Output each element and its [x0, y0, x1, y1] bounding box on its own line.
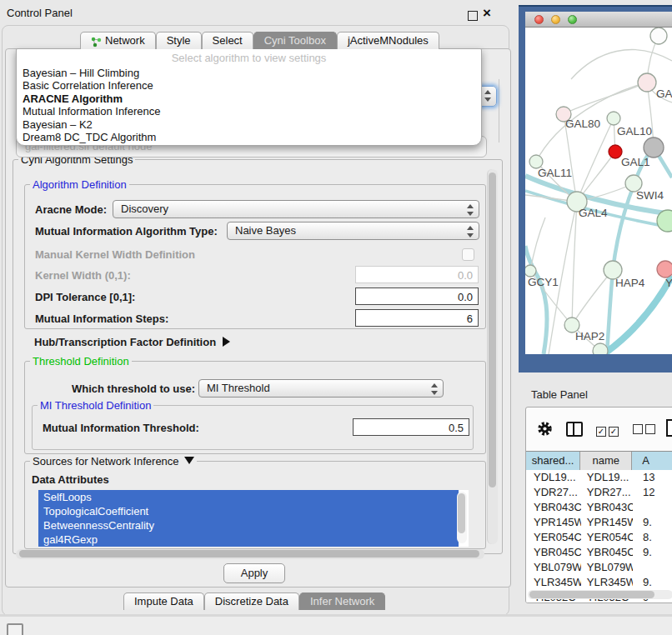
table-cell: 8.: [633, 530, 672, 545]
float-window-icon[interactable]: [468, 11, 478, 21]
top-tabs: NetworkStyleSelectCyni ToolboxjActiveMNo…: [80, 32, 439, 49]
algorithm-option-dream8-dc-tdc-algorithm[interactable]: Dream8 DC_TDC Algorithm: [17, 131, 481, 143]
tab-cyni-toolbox[interactable]: Cyni Toolbox: [253, 32, 337, 49]
node-unlabeled[interactable]: [650, 28, 667, 44]
mi-threshold-group: MI Threshold Definition Mutual Informati…: [32, 405, 474, 450]
tab-jactivemnodules[interactable]: jActiveMNodules: [337, 32, 439, 49]
hub-definition-toggle[interactable]: Hub/Transcription Factor Definition: [34, 336, 230, 348]
table-cell: YDR27...: [526, 485, 581, 500]
sources-title[interactable]: Sources for Network Inference: [30, 455, 197, 468]
gear-icon[interactable]: [537, 421, 553, 439]
tab-label: Discretize Data: [215, 593, 288, 610]
node-label-gal80: GAL80: [565, 118, 600, 130]
settings-hscrollbar[interactable]: [16, 549, 484, 559]
table-row[interactable]: YPR145WYPR145W9.: [526, 515, 672, 530]
attribute-item-betweennesscentrality[interactable]: BetweennessCentrality: [38, 518, 459, 532]
attributes-vscrollbar-thumb[interactable]: [458, 493, 465, 533]
manual-kernel-checkbox[interactable]: [462, 248, 474, 261]
tab-discretize-data[interactable]: Discretize Data: [204, 592, 299, 610]
node-gal10[interactable]: [607, 112, 620, 125]
which-threshold-label: Which threshold to use:: [72, 382, 195, 395]
table-hscrollbar[interactable]: [528, 590, 672, 599]
split-pane-icon[interactable]: [566, 422, 583, 437]
settings-vscrollbar-thumb[interactable]: [489, 172, 496, 488]
network-canvas[interactable]: GALGAL80GAL10GAL1GAL11SWI4GAL4GCY1HAP4YH…: [525, 28, 672, 354]
algorithm-option-mutual-information-inference[interactable]: Mutual Information Inference: [17, 105, 481, 118]
tab-style[interactable]: Style: [156, 32, 202, 49]
table-cell: YLR345W: [581, 575, 633, 590]
mi-threshold-group-title: MI Threshold Definition: [38, 399, 153, 412]
minimize-window-icon[interactable]: [551, 15, 560, 24]
show-columns-icon[interactable]: ✓✓: [596, 424, 621, 437]
tab-impute-data[interactable]: Impute Data: [123, 592, 204, 610]
algorithm-option-bayesian-hill-climbing[interactable]: Bayesian – Hill Climbing: [17, 67, 481, 79]
table-row[interactable]: YBR045CYBR045C9.: [526, 545, 672, 560]
dpi-tolerance-field[interactable]: 0.0: [355, 288, 479, 305]
node-gal[interactable]: [638, 73, 656, 92]
popup-prompt: Select algorithm to view settings: [17, 52, 481, 64]
mi-steps-field[interactable]: 6: [355, 309, 479, 327]
node-unlabeled[interactable]: [593, 343, 608, 354]
table-cell: 9.: [633, 515, 672, 530]
table-row[interactable]: YER054CYER054C8.: [526, 530, 672, 545]
table-row[interactable]: YBL079WYBL079W: [526, 560, 672, 575]
tab-select[interactable]: Select: [202, 32, 253, 49]
apply-button[interactable]: Apply: [223, 563, 285, 583]
column-header-3[interactable]: A: [632, 452, 672, 470]
algorithm-option-aracne-algorithm[interactable]: ARACNE Algorithm: [17, 92, 481, 105]
attribute-item-topologicalcoefficient[interactable]: TopologicalCoefficient: [38, 504, 459, 518]
node-label-gal11: GAL11: [538, 167, 572, 179]
tab-label: Cyni Toolbox: [264, 32, 326, 49]
aracne-mode-combo[interactable]: Discovery: [113, 200, 479, 218]
table-cell: YDL19...: [526, 470, 581, 485]
table-cell: YER054C: [581, 530, 633, 545]
attribute-item-gal4rgexp[interactable]: gal4RGexp: [38, 532, 459, 547]
table-row[interactable]: YBR043CYBR043C: [526, 500, 672, 515]
control-panel-body: gal-filtered.sif default node Select alg…: [5, 48, 511, 588]
node-unlabeled[interactable]: [609, 145, 622, 158]
dpi-tolerance-label: DPI Tolerance [0,1]:: [35, 291, 135, 303]
combo-spinner-icon: [430, 382, 438, 396]
kernel-width-field[interactable]: 0.0: [355, 266, 479, 283]
node-unlabeled[interactable]: [644, 138, 664, 158]
tab-label: Select: [213, 32, 243, 49]
tab-label: Infer Network: [310, 593, 374, 610]
network-window[interactable]: GALGAL80GAL10GAL1GAL11SWI4GAL4GCY1HAP4YH…: [519, 5, 672, 372]
settings-vscrollbar[interactable]: [487, 169, 498, 544]
table-row[interactable]: YDL19...YDL19...13: [526, 470, 672, 485]
table-hscrollbar-thumb[interactable]: [529, 591, 654, 598]
mi-type-combo[interactable]: Naive Bayes: [227, 222, 479, 240]
zoom-window-icon[interactable]: [568, 15, 577, 24]
node-label-gal: GAL: [656, 88, 672, 100]
algorithm-option-basic-correlation-inference[interactable]: Basic Correlation Inference: [17, 79, 481, 92]
close-window-icon[interactable]: [534, 15, 544, 24]
hide-columns-icon[interactable]: [633, 424, 658, 437]
node-gcy1[interactable]: [525, 265, 536, 277]
node-label-swi4: SWI4: [636, 189, 664, 202]
table-cell: YLR345W: [526, 575, 581, 590]
tab-infer-network[interactable]: Infer Network: [299, 592, 385, 610]
mi-threshold-field[interactable]: 0.5: [353, 418, 469, 436]
document-icon[interactable]: [666, 419, 672, 437]
settings-hscrollbar-thumb[interactable]: [19, 550, 479, 558]
tab-network[interactable]: Network: [80, 32, 156, 49]
algorithm-option-bayesian-k2[interactable]: Bayesian – K2: [17, 118, 481, 131]
column-header-2[interactable]: name: [580, 452, 632, 470]
restore-panel-icon[interactable]: [7, 623, 23, 635]
close-icon[interactable]: ×: [483, 5, 491, 22]
attribute-item-selfloops[interactable]: SelfLoops: [38, 490, 459, 504]
column-header-1[interactable]: shared...: [526, 452, 580, 470]
attributes-vscrollbar[interactable]: [457, 492, 467, 543]
table-cell: 13: [633, 470, 672, 485]
which-threshold-combo[interactable]: MI Threshold: [198, 379, 444, 398]
table-cell: YDR27...: [581, 485, 633, 500]
table-row[interactable]: YLR345WYLR345W9.: [526, 575, 672, 590]
node-y[interactable]: [657, 261, 672, 278]
checked-box-icon: ✓: [596, 427, 606, 437]
data-attributes-list[interactable]: SelfLoopsTopologicalCoefficientBetweenne…: [38, 490, 469, 547]
algorithm-popup: Select algorithm to view settings Bayesi…: [16, 48, 482, 146]
table-row[interactable]: YDR27...YDR27...12: [526, 485, 672, 500]
node-label-gal1: GAL1: [621, 156, 650, 168]
network-window-titlebar[interactable]: [525, 12, 672, 28]
table-cell: YBR045C: [581, 545, 633, 560]
